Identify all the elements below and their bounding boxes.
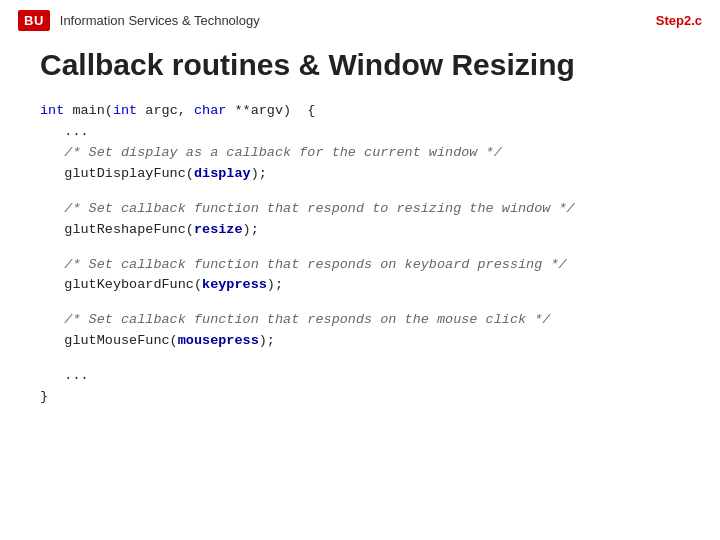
code-line-comment2: /* Set callback function that respond to… bbox=[40, 199, 680, 220]
code-line-main: int main(int argc, char **argv) { bbox=[40, 101, 680, 122]
header: BU Information Services & Technology Ste… bbox=[0, 0, 720, 37]
slide-title: Callback routines & Window Resizing bbox=[0, 37, 720, 101]
code-line-glut-display: glutDisplayFunc(display); bbox=[40, 164, 680, 185]
code-line-dots2: ... bbox=[40, 366, 680, 387]
code-line-comment3: /* Set callback function that responds o… bbox=[40, 255, 680, 276]
slide: BU Information Services & Technology Ste… bbox=[0, 0, 720, 540]
code-area: int main(int argc, char **argv) { ... /*… bbox=[0, 101, 720, 408]
code-line-glut-mouse: glutMouseFunc(mousepress); bbox=[40, 331, 680, 352]
code-line-closing: } bbox=[40, 387, 680, 408]
bu-logo: BU bbox=[18, 10, 50, 31]
code-line-comment1: /* Set display as a callback for the cur… bbox=[40, 143, 680, 164]
header-title: Information Services & Technology bbox=[60, 13, 260, 28]
code-line-dots1: ... bbox=[40, 122, 680, 143]
header-left: BU Information Services & Technology bbox=[18, 10, 260, 31]
code-line-glut-reshape: glutReshapeFunc(resize); bbox=[40, 220, 680, 241]
code-line-glut-keyboard: glutKeyboardFunc(keypress); bbox=[40, 275, 680, 296]
code-line-comment4: /* Set callback function that responds o… bbox=[40, 310, 680, 331]
step-label: Step2.c bbox=[656, 13, 702, 28]
